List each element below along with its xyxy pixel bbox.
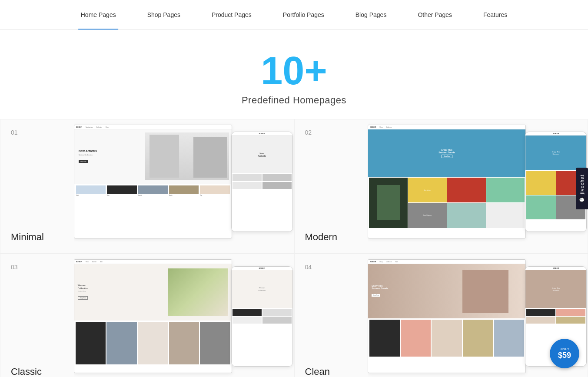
nav-item-features[interactable]: Features — [468, 0, 523, 30]
desktop-preview-classic: SOBER Shop Women Men WomanCollection Fas… — [74, 259, 232, 373]
hero-subtitle: Predefined Homepages — [9, 95, 579, 106]
card-preview-minimal: SOBER New Arrivals Collection Shop New A… — [74, 119, 294, 253]
card-preview-classic: SOBER Shop Women Men WomanCollection Fas… — [74, 254, 294, 377]
card-label-modern: Modern — [305, 231, 338, 243]
jivochat-icon: 💬 — [580, 197, 585, 202]
card-minimal[interactable]: 01 Minimal SOBER New Arrivals Collection… — [0, 119, 294, 254]
card-classic[interactable]: 03 Classic SOBER Shop Women Men WomanCol… — [0, 254, 294, 377]
hero-count: 10+ — [9, 51, 579, 90]
nav-item-blog-pages[interactable]: Blog Pages — [340, 0, 402, 30]
nav-item-other-pages[interactable]: Other Pages — [402, 0, 468, 30]
card-number-02: 02 — [305, 129, 312, 136]
card-preview-modern: SOBER Shop Collection Enjoy This Summer … — [368, 119, 588, 253]
nav-item-portfolio-pages[interactable]: Portfolio Pages — [267, 0, 340, 30]
jivochat-widget[interactable]: 💬 jivochat — [576, 168, 588, 209]
card-label-clean: Clean — [305, 366, 330, 377]
card-number-01: 01 — [11, 129, 18, 136]
price-badge-price: $59 — [558, 351, 571, 360]
desktop-preview-clean: SOBER Shop Collection Sale Enjoy ThisSum… — [368, 259, 526, 373]
card-number-04: 04 — [305, 264, 312, 271]
price-badge-only: ONLY — [559, 347, 569, 351]
phone-preview-classic: SOBER Woman Collection — [231, 266, 293, 367]
desktop-preview-modern: SOBER Shop Collection Enjoy This Summer … — [368, 125, 526, 238]
card-modern[interactable]: 02 Modern SOBER Shop Collection Enjoy Th… — [294, 119, 588, 254]
jivochat-tab[interactable]: 💬 jivochat — [576, 168, 588, 209]
price-badge[interactable]: ONLY $59 — [550, 339, 579, 368]
cards-grid: 01 Minimal SOBER New Arrivals Collection… — [0, 119, 588, 377]
card-label-minimal: Minimal — [11, 231, 44, 243]
phone-preview-minimal: SOBER New Arrivals — [231, 132, 293, 232]
hero-section: 10+ Predefined Homepages — [0, 30, 588, 119]
card-number-03: 03 — [11, 264, 18, 271]
nav-list: Home Pages Shop Pages Product Pages Port… — [65, 0, 523, 30]
card-label-classic: Classic — [11, 366, 42, 377]
nav-item-shop-pages[interactable]: Shop Pages — [132, 0, 196, 30]
jivochat-label: jivochat — [579, 175, 585, 194]
main-nav: Home Pages Shop Pages Product Pages Port… — [0, 0, 588, 30]
nav-item-home-pages[interactable]: Home Pages — [65, 0, 132, 30]
nav-item-product-pages[interactable]: Product Pages — [196, 0, 267, 30]
desktop-preview-minimal: SOBER New Arrivals Collection Shop New A… — [74, 125, 232, 238]
card-clean[interactable]: 04 Clean SOBER Shop Collection Sale Enjo… — [294, 254, 588, 377]
